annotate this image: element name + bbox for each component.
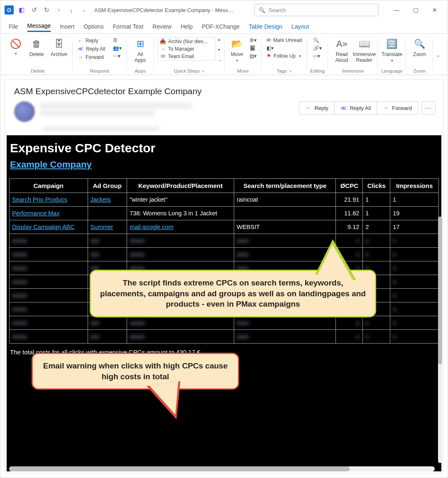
cell-term: raincoat [234, 193, 336, 207]
table-row: Search Prio Producs Jackets "winter jack… [10, 193, 439, 207]
zoom-button[interactable]: 🔍Zoom [409, 37, 430, 58]
group-label-quicksteps: Quick Steps↘ [174, 68, 205, 75]
translate-button[interactable]: 🈳Translate▾ [382, 37, 402, 63]
group-label-tags: Tags↘ [277, 68, 291, 75]
tab-message[interactable]: Message [27, 21, 51, 32]
actions-button[interactable]: ▤▾ [248, 53, 258, 59]
table-row-blurred: xxxxxxxxxxxxxxxxxxxx [10, 330, 439, 344]
tab-pdf-xchange[interactable]: PDF-XChange [202, 22, 240, 32]
col-impressions: Impressions [390, 179, 439, 193]
table-row-blurred: xxxxxxxxxxxxxxxxxxxx [10, 234, 439, 248]
cell-clicks: 1 [363, 193, 390, 207]
ignore-button[interactable]: 🚫▾ [6, 37, 24, 56]
redo-icon[interactable]: ↻ [42, 5, 51, 15]
message-subject: ASM ExpensiveCPCdetector Example Company [5, 80, 443, 100]
adgroup-link[interactable]: Jackets [91, 196, 111, 203]
cell-imp: 1 [390, 193, 439, 207]
search-placeholder: Search [269, 7, 286, 13]
more-respond-button[interactable]: ⋯▾ [111, 53, 123, 59]
ribbon-collapse-icon[interactable]: ⌄ [435, 52, 445, 58]
cell-term [234, 207, 336, 220]
ribbon-group-tags: ✉Mark Unread ◧▾ ⚑Follow Up▾ Tags↘ [262, 35, 307, 75]
meeting-button[interactable]: 🗓 [111, 37, 123, 44]
close-button[interactable]: ✕ [425, 2, 444, 17]
horizontal-scrollbar[interactable] [9, 466, 435, 471]
cell-cpc: 11.82 [336, 207, 363, 220]
related-button[interactable]: 🔗▾ [311, 45, 323, 51]
ribbon-group-zoom: 🔍Zoom Zoom [406, 35, 433, 75]
quicksteps-launcher-icon[interactable]: ↘ [201, 69, 205, 73]
report-title: Expensive CPC Detector [10, 141, 439, 155]
col-searchterm: Search term/placement type [234, 179, 336, 193]
follow-up-button[interactable]: ⚑Follow Up▾ [265, 53, 304, 59]
cell-cpc: 21.91 [336, 193, 363, 207]
qat-dropdown-icon[interactable]: ⌄ [79, 5, 88, 15]
maximize-button[interactable]: ▢ [406, 2, 425, 17]
col-clicks: Clicks [363, 179, 390, 193]
tab-help[interactable]: Help [181, 22, 193, 32]
minimize-button[interactable]: ― [387, 2, 406, 17]
email-content: Expensive CPC Detector Example Company C… [7, 135, 441, 471]
read-aloud-button[interactable]: A»Read Aloud [331, 37, 352, 64]
mark-unread-button[interactable]: ✉Mark Unread [265, 37, 304, 44]
find-button[interactable]: 🔍 [311, 37, 323, 44]
tags-launcher-icon[interactable]: ↘ [289, 69, 292, 73]
msg-reply-all-button[interactable]: ≪Reply All [335, 101, 377, 115]
cell-imp: 19 [390, 207, 439, 220]
immersive-reader-button[interactable]: 📖Immersive Reader [354, 37, 375, 64]
group-label-editing: Editing [310, 68, 325, 75]
quickstep-down-icon[interactable]: ▾ [218, 47, 221, 52]
undo-icon[interactable]: ↺ [29, 5, 39, 15]
reply-all-button[interactable]: ≪Reply All [76, 45, 107, 52]
prev-item-icon[interactable]: ↑ [54, 5, 64, 15]
tab-review[interactable]: Review [152, 22, 171, 32]
campaign-link[interactable]: Search Prio Producs [12, 196, 67, 203]
company-link[interactable]: Example Company [10, 159, 92, 170]
tab-options[interactable]: Options [83, 22, 103, 32]
tab-insert[interactable]: Insert [60, 22, 74, 32]
share-button[interactable]: 👥▾ [111, 45, 123, 51]
forward-button[interactable]: →Forward [76, 54, 107, 61]
archive-button[interactable]: 🗄Archive [49, 37, 69, 58]
msg-forward-button[interactable]: →Forward [377, 101, 418, 115]
quick-step-archiv[interactable]: 📥Archiv (Nur dies… [159, 38, 214, 44]
keyword-link[interactable]: mail.google.com [130, 224, 174, 230]
cell-adgroup [88, 207, 127, 220]
email-body-scroll[interactable]: Expensive CPC Detector Example Company C… [7, 135, 441, 471]
outlook-icon: O [5, 5, 14, 15]
cpc-table: Campaign Ad Group Keyword/Product/Placem… [9, 178, 439, 344]
select-button[interactable]: ▭▾ [311, 53, 323, 59]
outlook-window: O ◧ ↺ ↻ ↑ ↓ ⌄ ASM ExpensiveCPCdetector E… [0, 0, 448, 478]
table-row-blurred: xxxxxxxxxxxxxxxxxxxx [10, 316, 439, 330]
campaign-link[interactable]: Performance Max [12, 210, 59, 217]
adgroup-link[interactable]: Summer [91, 224, 113, 230]
tab-layout[interactable]: Layout [291, 22, 309, 32]
move-button[interactable]: 📂Move▾ [228, 37, 246, 63]
quickstep-more-icon[interactable]: ⌄ [218, 57, 221, 62]
tab-file[interactable]: File [9, 22, 18, 32]
tab-table-design[interactable]: Table Design [249, 22, 282, 32]
onenote-button[interactable]: 📓 [248, 45, 258, 51]
campaign-link[interactable]: Display Campaign ABC [12, 224, 75, 230]
quick-step-team-email[interactable]: ✉Team Email [159, 53, 214, 59]
table-header-row: Campaign Ad Group Keyword/Product/Placem… [10, 179, 439, 193]
reply-button[interactable]: ←Reply [76, 37, 107, 44]
next-item-icon[interactable]: ↓ [67, 5, 76, 15]
message-header: ←Reply ≪Reply All →Forward ⋯ [5, 100, 443, 125]
quick-step-to-manager[interactable]: →To Manager [159, 46, 214, 52]
group-label-delete: Delete [31, 68, 44, 75]
tab-format-text[interactable]: Format Text [113, 22, 144, 32]
vertical-scrollbar[interactable] [438, 217, 442, 463]
recipient-line [5, 125, 443, 135]
quickstep-up-icon[interactable]: ▴ [218, 37, 221, 41]
search-box[interactable]: 🔍 Search [254, 4, 379, 16]
group-label-immersive: Immersive [342, 68, 364, 75]
msg-more-button[interactable]: ⋯ [421, 101, 436, 115]
msg-reply-button[interactable]: ←Reply [299, 101, 334, 115]
col-keyword: Keyword/Product/Placement [127, 179, 234, 193]
rules-button[interactable]: ⚙▾ [248, 37, 258, 44]
all-apps-button[interactable]: ⊞All Apps [130, 37, 151, 64]
delete-button[interactable]: 🗑Delete [26, 37, 47, 58]
categorize-button[interactable]: ◧▾ [265, 45, 304, 51]
save-icon[interactable]: ◧ [17, 5, 26, 15]
